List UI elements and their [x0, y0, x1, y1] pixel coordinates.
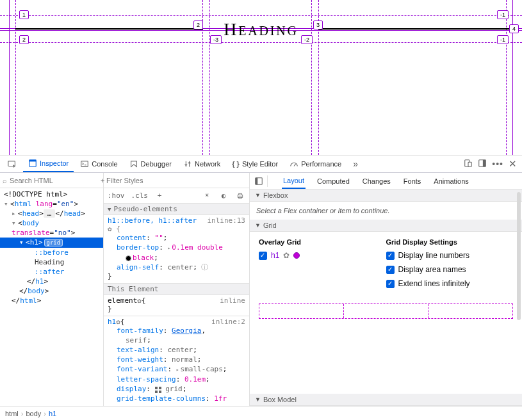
tab-debugger[interactable]: Debugger	[124, 156, 177, 172]
sidebar-toggle-button[interactable]	[254, 175, 268, 187]
css-property[interactable]: align-self: center; ⓘ	[108, 262, 245, 272]
section-this-element: This Element	[104, 284, 249, 295]
filter-styles-input[interactable]	[106, 177, 247, 184]
tab-style-editor[interactable]: { }Style Editor	[227, 156, 283, 172]
scrollbar[interactable]	[517, 192, 521, 320]
dom-node[interactable]: ::after	[4, 267, 103, 277]
grid-outline-preview[interactable]	[259, 303, 513, 319]
tab-inspector[interactable]: Inspector	[23, 156, 74, 172]
dom-node[interactable]: <!DOCTYPE html>	[4, 190, 103, 199]
source-link[interactable]: inline:2	[211, 318, 245, 326]
svg-rect-14	[159, 391, 161, 393]
tab-animations[interactable]: Animations	[432, 173, 469, 189]
dom-node-selected[interactable]: ▾<h1>grid	[0, 238, 103, 248]
css-rule[interactable]: h1::before, h1::afterinline:13 ✿ { conte…	[104, 215, 249, 284]
light-scheme-button[interactable]: ☀	[202, 191, 212, 201]
dock-button[interactable]	[478, 159, 487, 169]
add-rule-button[interactable]: +	[154, 191, 165, 201]
crumb-html[interactable]: html	[5, 410, 19, 417]
setting-extend-lines[interactable]: Extend lines infinitely	[386, 279, 514, 288]
responsive-mode-button[interactable]	[464, 159, 473, 169]
tab-layout[interactable]: Layout	[282, 173, 306, 189]
css-property[interactable]: letter-spacing: 0.1em;	[108, 375, 245, 384]
pseudo-hov-button[interactable]: :hov	[108, 191, 125, 200]
more-button[interactable]: •••	[492, 159, 503, 169]
tab-label: Network	[195, 160, 220, 168]
source-link[interactable]: inline:13	[207, 216, 245, 225]
css-property[interactable]: serif;	[108, 335, 245, 345]
pseudo-cls-button[interactable]: .cls	[131, 191, 149, 200]
checkbox-checked[interactable]	[386, 280, 395, 288]
css-rule[interactable]: h1 ✿ {inline:2 font-family: Georgia, ser…	[104, 316, 249, 406]
accordion-grid[interactable]: ▼Grid	[250, 220, 522, 232]
css-property[interactable]: font-variant: ▸small-caps;	[108, 364, 245, 375]
tab-label: Debugger	[141, 160, 172, 168]
svg-rect-12	[159, 387, 161, 389]
element-picker-button[interactable]	[3, 156, 22, 172]
dom-node[interactable]: translate="no">	[4, 228, 103, 238]
checkbox-checked[interactable]	[386, 266, 395, 274]
crumb-h1[interactable]: h1	[49, 410, 56, 417]
dark-scheme-button[interactable]: ◐	[218, 191, 229, 201]
setting-line-numbers[interactable]: Display line numbers	[386, 251, 514, 260]
chevron-right-icon: ›	[44, 410, 46, 417]
dom-node[interactable]: ::before	[4, 248, 103, 257]
tab-changes[interactable]: Changes	[361, 173, 392, 189]
grid-badge[interactable]: grid	[44, 239, 63, 246]
grid-color-swatch[interactable]	[293, 252, 300, 259]
selector[interactable]: h1::before, h1::after	[108, 216, 197, 225]
grid-overlay-h1[interactable]: h1 ✿	[259, 251, 386, 260]
css-property[interactable]: content: "";	[108, 233, 245, 243]
css-property[interactable]: font-weight: normal;	[108, 355, 245, 364]
dom-node[interactable]: ▸<head>…</head>	[4, 209, 103, 218]
tab-performance[interactable]: Performance	[284, 156, 347, 172]
checkbox-checked[interactable]	[259, 252, 267, 260]
tab-computed[interactable]: Computed	[316, 173, 351, 189]
css-rule[interactable]: element ✿ {inline }	[104, 295, 249, 316]
flexbox-message: Select a Flex container or item to conti…	[250, 202, 522, 220]
dom-text-node[interactable]: Heading	[4, 257, 103, 267]
accordion-box-model[interactable]: ▼Box Model	[250, 394, 522, 406]
grid-line	[506, 0, 507, 155]
css-property[interactable]: display: grid;	[108, 384, 245, 394]
devtools-toolbar: Inspector Console Debugger Network { }St…	[0, 155, 522, 173]
print-media-button[interactable]	[235, 191, 245, 201]
grid-element-label[interactable]: h1	[271, 251, 279, 260]
dom-tree[interactable]: <!DOCTYPE html> ▾<html lang="en"> ▸<head…	[0, 188, 103, 406]
dom-node[interactable]: ▾<html lang="en">	[4, 199, 103, 209]
color-swatch[interactable]	[126, 255, 131, 261]
dom-node[interactable]: </html>	[4, 296, 103, 305]
source-link[interactable]: inline	[220, 296, 245, 305]
css-property[interactable]: black;	[108, 253, 245, 262]
accordion-flexbox[interactable]: ▼Flexbox	[250, 190, 522, 202]
grid-icon[interactable]	[155, 386, 161, 392]
section-pseudo-elements[interactable]: ▼Pseudo-elements	[104, 204, 249, 215]
tab-console[interactable]: Console	[75, 156, 122, 172]
dom-node[interactable]: </body>	[4, 286, 103, 296]
css-property[interactable]: border-top: ▸0.1em double	[108, 243, 245, 253]
tab-network[interactable]: Network	[178, 156, 225, 172]
grid-line	[15, 0, 16, 155]
grid-settings-icon[interactable]: ✿	[283, 251, 290, 260]
css-property[interactable]: grid-template-columns: 1fr	[108, 394, 245, 403]
info-icon[interactable]: ⓘ	[201, 263, 208, 271]
close-button[interactable]: ✕	[509, 158, 517, 170]
grid-line	[311, 0, 312, 155]
selector[interactable]: h1	[108, 318, 116, 326]
selector[interactable]: element	[108, 296, 137, 305]
crumb-body[interactable]: body	[26, 410, 41, 417]
css-property[interactable]: text-align: center;	[108, 345, 245, 355]
grid-line	[0, 42, 522, 43]
svg-rect-3	[81, 161, 88, 167]
svg-rect-16	[255, 177, 257, 184]
dom-node[interactable]: </h1>	[4, 277, 103, 286]
breadcrumbs: html › body › h1	[0, 406, 522, 420]
checkbox-checked[interactable]	[386, 252, 395, 260]
setting-area-names[interactable]: Display area names	[386, 265, 514, 274]
search-html-input[interactable]	[10, 177, 98, 184]
css-property[interactable]: font-family: Georgia,	[108, 326, 245, 335]
tab-fonts[interactable]: Fonts	[402, 173, 423, 189]
dom-node[interactable]: ▾<body	[4, 218, 103, 228]
tab-overflow[interactable]: »	[348, 156, 363, 172]
svg-rect-2	[29, 160, 37, 162]
